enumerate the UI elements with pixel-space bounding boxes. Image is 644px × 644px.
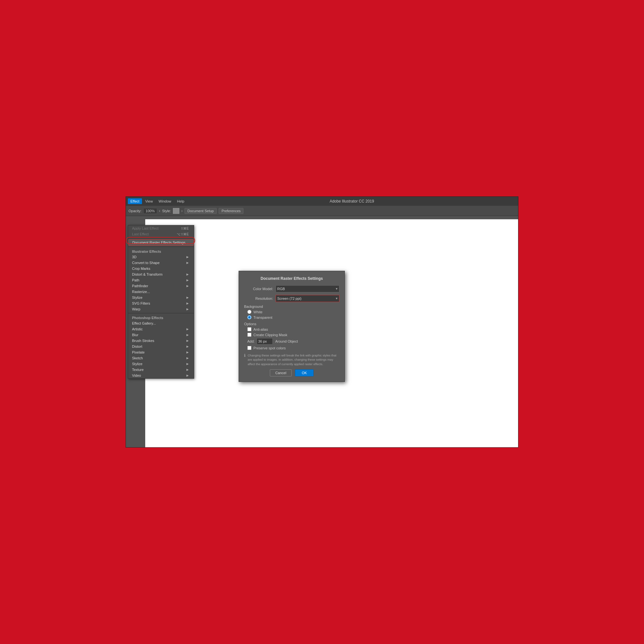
ph-effect-gallery[interactable]: Effect Gallery... bbox=[128, 320, 194, 326]
il-convert-to-shape[interactable]: Convert to Shape▶ bbox=[128, 260, 194, 266]
ph-pixelate[interactable]: Pixelate▶ bbox=[128, 349, 194, 355]
separator-2 bbox=[128, 247, 194, 247]
style-label: Style: bbox=[162, 209, 171, 213]
resolution-label: Resolution: bbox=[244, 297, 273, 300]
menu-bar: Effect View Window Help Adobe Illustrato… bbox=[126, 197, 518, 206]
transparent-radio[interactable] bbox=[247, 315, 251, 319]
anti-alias-checkbox[interactable] bbox=[247, 327, 251, 331]
add-input[interactable] bbox=[257, 338, 273, 345]
opacity-arrow: › bbox=[159, 209, 160, 213]
style-swatch[interactable] bbox=[173, 208, 179, 214]
add-row: Add: Around Object bbox=[244, 338, 339, 345]
document-raster-item[interactable]: Document Raster Effects Settings... bbox=[128, 239, 194, 246]
preserve-colors-checkbox[interactable] bbox=[247, 346, 251, 350]
color-model-select-wrapper: RGB CMYK Grayscale ▼ bbox=[276, 285, 339, 292]
ph-artistic[interactable]: Artistic▶ bbox=[128, 326, 194, 332]
menu-effect[interactable]: Effect bbox=[128, 198, 142, 204]
separator-1 bbox=[128, 238, 194, 238]
ph-distort[interactable]: Distort▶ bbox=[128, 344, 194, 349]
app-title: Adobe Illustrator CC 2019 bbox=[187, 199, 516, 204]
cancel-button[interactable]: Cancel bbox=[270, 369, 292, 376]
ph-blur[interactable]: Blur▶ bbox=[128, 332, 194, 338]
transparent-radio-row: Transparent bbox=[244, 315, 339, 319]
add-label: Add: bbox=[247, 339, 255, 343]
background-section-label: Background bbox=[244, 305, 339, 308]
around-label: Around Object bbox=[275, 339, 298, 343]
white-radio[interactable] bbox=[247, 310, 251, 314]
ph-texture[interactable]: Texture▶ bbox=[128, 367, 194, 373]
color-model-row: Color Model: RGB CMYK Grayscale ▼ bbox=[244, 285, 339, 292]
il-path[interactable]: Path▶ bbox=[128, 277, 194, 283]
menu-view[interactable]: View bbox=[143, 198, 156, 204]
menu-help[interactable]: Help bbox=[175, 198, 187, 204]
color-model-label: Color Model: bbox=[244, 287, 273, 291]
ok-button[interactable]: OK bbox=[295, 369, 314, 376]
apply-last-effect-item[interactable]: Apply Last Effect ⇧⌘E bbox=[128, 225, 194, 231]
preserve-colors-label: Preserve spot colors bbox=[253, 346, 286, 350]
resolution-row: Resolution: Screen (72 ppi) Medium (150 … bbox=[244, 295, 339, 302]
illustrator-effects-header: Illustrator Effects bbox=[128, 248, 194, 254]
clipping-mask-checkbox[interactable] bbox=[247, 333, 251, 337]
document-setup-button[interactable]: Document Setup bbox=[185, 208, 217, 214]
info-icon: ℹ bbox=[244, 353, 246, 358]
menu-window[interactable]: Window bbox=[156, 198, 174, 204]
anti-alias-row: Anti-alias bbox=[244, 327, 339, 331]
preferences-button[interactable]: Preferences bbox=[219, 208, 243, 214]
dialog-buttons: Cancel OK bbox=[244, 369, 339, 376]
resolution-select[interactable]: Screen (72 ppi) Medium (150 ppi) High (3… bbox=[276, 295, 339, 302]
dialog-title: Document Raster Effects Settings bbox=[244, 276, 339, 281]
resolution-select-wrapper: Screen (72 ppi) Medium (150 ppi) High (3… bbox=[276, 295, 339, 302]
il-distort-transform[interactable]: Distort & Transform▶ bbox=[128, 271, 194, 277]
anti-alias-label: Anti-alias bbox=[253, 327, 268, 331]
separator-3 bbox=[128, 313, 194, 313]
app-window: Effect View Window Help Adobe Illustrato… bbox=[126, 196, 518, 448]
info-text: Changing these settings will break the l… bbox=[248, 353, 339, 366]
color-model-select[interactable]: RGB CMYK Grayscale bbox=[276, 285, 339, 292]
white-radio-row: White bbox=[244, 310, 339, 314]
clipping-mask-row: Create Clipping Mask bbox=[244, 333, 339, 337]
il-crop-marks[interactable]: Crop Marks bbox=[128, 266, 194, 271]
transparent-radio-label: Transparent bbox=[253, 316, 272, 319]
il-svg-filters[interactable]: SVG Filters▶ bbox=[128, 300, 194, 306]
ph-video[interactable]: Video▶ bbox=[128, 373, 194, 378]
ph-brush-strokes[interactable]: Brush Strokes▶ bbox=[128, 338, 194, 344]
effect-dropdown: Apply Last Effect ⇧⌘E Last Effect ⌥⇧⌘E D… bbox=[128, 225, 194, 379]
white-radio-label: White bbox=[253, 310, 262, 314]
opacity-value[interactable]: 100% bbox=[143, 208, 157, 214]
options-section-label: Options bbox=[244, 322, 339, 326]
document-raster-dialog: Document Raster Effects Settings Color M… bbox=[239, 271, 345, 382]
style-arrow: › bbox=[181, 209, 183, 213]
preserve-colors-row: Preserve spot colors bbox=[244, 346, 339, 350]
opacity-label: Opacity: bbox=[128, 209, 141, 213]
main-content: Apply Last Effect ⇧⌘E Last Effect ⌥⇧⌘E D… bbox=[126, 216, 518, 447]
last-effect-item[interactable]: Last Effect ⌥⇧⌘E bbox=[128, 231, 194, 237]
clipping-mask-label: Create Clipping Mask bbox=[253, 333, 287, 337]
il-3d[interactable]: 3D▶ bbox=[128, 254, 194, 260]
il-rasterize[interactable]: Rasterize... bbox=[128, 289, 194, 295]
toolbar: Opacity: 100% › Style: › Document Setup … bbox=[126, 206, 518, 216]
ph-stylize[interactable]: Stylize▶ bbox=[128, 361, 194, 367]
il-pathfinder[interactable]: Pathfinder▶ bbox=[128, 283, 194, 289]
il-stylize[interactable]: Stylize▶ bbox=[128, 295, 194, 300]
ph-sketch[interactable]: Sketch▶ bbox=[128, 355, 194, 361]
photoshop-effects-header: Photoshop Effects bbox=[128, 314, 194, 320]
info-row: ℹ Changing these settings will break the… bbox=[244, 353, 339, 366]
il-warp[interactable]: Warp▶ bbox=[128, 306, 194, 312]
